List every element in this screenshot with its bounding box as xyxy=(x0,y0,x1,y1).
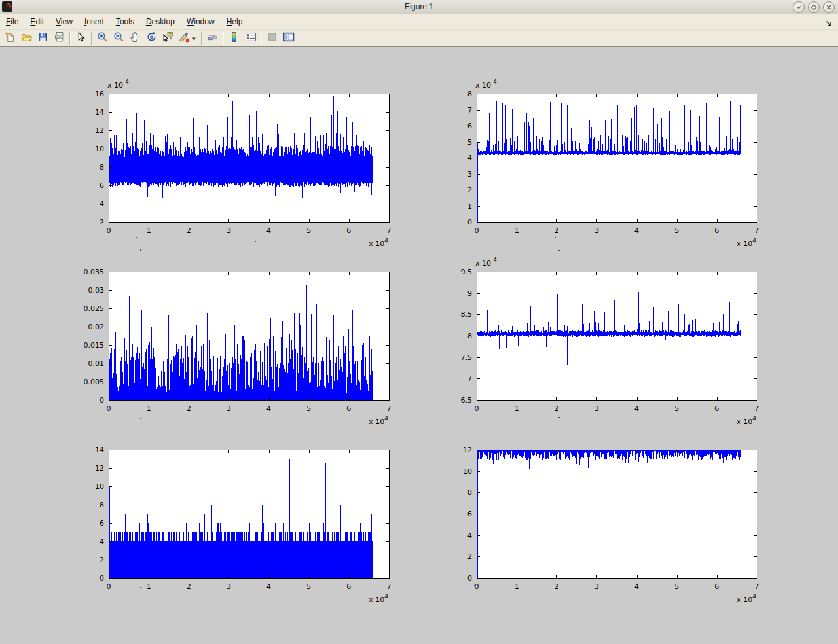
x-tick-label: 5 xyxy=(306,404,311,413)
x-tick-label: 1 xyxy=(147,404,151,413)
stray-dot xyxy=(474,585,475,586)
minimize-button[interactable] xyxy=(793,1,805,13)
matlab-figure-window: { "window": { "title": "Figure 1" }, "me… xyxy=(0,0,838,644)
menu-item-window[interactable]: Window xyxy=(181,14,221,27)
y-tick-label: 12 xyxy=(95,126,104,135)
subplot-1[interactable]: 24681012141601234567x 10-4x 104 xyxy=(109,94,390,223)
subplot-4[interactable]: 6.577.588.599.501234567x 10-4x 104 xyxy=(477,272,757,401)
x-tick-label: 1 xyxy=(515,582,519,591)
x-tick-label: 2 xyxy=(555,582,559,591)
x-tick-label: 4 xyxy=(634,582,639,591)
y-tick-label: 2 xyxy=(100,218,104,226)
subplot-6[interactable]: 02468101201234567x 104 xyxy=(477,450,757,579)
x-tick-label: 7 xyxy=(755,404,759,413)
subplot-3[interactable]: 00.0050.010.0150.020.0250.030.0350123456… xyxy=(109,272,390,401)
x-tick-label: 6 xyxy=(714,404,719,413)
insert-legend-button[interactable] xyxy=(242,31,259,46)
x-tick-label: 5 xyxy=(306,582,311,591)
menu-item-view[interactable]: View xyxy=(50,14,79,27)
menu-item-file[interactable]: File xyxy=(0,14,24,27)
pan-button[interactable] xyxy=(127,31,143,46)
stray-dot xyxy=(558,250,560,251)
y-tick-label: 4 xyxy=(467,154,472,162)
y-tick-label: 7.5 xyxy=(461,353,473,361)
toolbar: ▾ xyxy=(0,30,838,47)
save-figure-icon xyxy=(37,31,48,45)
titlebar[interactable]: Figure 1 xyxy=(0,0,838,14)
menu-item-desktop[interactable]: Desktop xyxy=(140,14,181,27)
rotate-3d-button[interactable] xyxy=(143,31,160,46)
menu-item-help[interactable]: Help xyxy=(221,14,249,27)
x-axis-exponent: x 104 xyxy=(369,238,388,248)
print-figure-button[interactable] xyxy=(51,31,67,46)
open-file-icon xyxy=(21,31,33,45)
x-tick-label: 5 xyxy=(306,226,311,235)
link-plot-icon xyxy=(207,31,219,45)
close-button[interactable] xyxy=(823,1,835,13)
plot-canvas[interactable] xyxy=(109,450,390,579)
y-tick-label: 0 xyxy=(467,218,472,226)
zoom-in-button[interactable] xyxy=(94,31,111,46)
y-tick-label: 2 xyxy=(100,556,104,564)
link-plot-button[interactable] xyxy=(204,31,221,46)
y-tick-label: 0.025 xyxy=(84,304,105,313)
y-tick-label: 1 xyxy=(467,202,472,210)
rotate-3d-icon xyxy=(146,31,157,45)
x-tick-label: 3 xyxy=(227,404,231,413)
new-figure-button[interactable] xyxy=(2,31,18,46)
menu-item-insert[interactable]: Insert xyxy=(79,14,110,27)
save-figure-button[interactable] xyxy=(35,31,51,46)
toolbar-separator xyxy=(261,32,262,45)
x-tick-label: 6 xyxy=(714,226,719,235)
stray-dot xyxy=(255,241,256,242)
plot-canvas[interactable] xyxy=(477,450,757,579)
y-tick-label: 4 xyxy=(100,200,104,208)
x-tick-label: 6 xyxy=(714,582,719,591)
hide-plot-tools-button[interactable] xyxy=(264,31,280,46)
figure-canvas: 24681012141601234567x 10-4x 104 01234567… xyxy=(0,47,838,644)
x-tick-label: 2 xyxy=(555,404,559,413)
y-tick-label: 4 xyxy=(100,537,104,546)
brush-button[interactable] xyxy=(176,31,192,46)
zoom-out-button[interactable] xyxy=(111,31,127,46)
menu-item-edit[interactable]: Edit xyxy=(24,14,50,27)
stray-dot xyxy=(140,418,141,419)
menu-item-tools[interactable]: Tools xyxy=(110,14,140,27)
edit-plot-button[interactable] xyxy=(73,31,89,46)
subplot-2[interactable]: 01234567801234567x 10-4x 104 xyxy=(477,94,757,223)
subplot-5[interactable]: 0246810121401234567x 104 xyxy=(109,450,390,579)
x-axis-exponent: x 104 xyxy=(369,416,388,426)
zoom-out-icon xyxy=(113,31,124,45)
data-cursor-button[interactable] xyxy=(160,31,176,46)
x-tick-label: 6 xyxy=(346,582,351,591)
pan-icon xyxy=(130,31,141,45)
plot-canvas[interactable] xyxy=(109,272,390,401)
y-tick-label: 6 xyxy=(100,181,104,190)
insert-colorbar-button[interactable] xyxy=(226,31,242,46)
y-tick-label: 14 xyxy=(95,446,104,454)
x-tick-label: 2 xyxy=(555,226,559,235)
open-file-button[interactable] xyxy=(18,31,35,46)
y-tick-label: 0 xyxy=(100,574,104,582)
y-tick-label: 0.015 xyxy=(84,341,105,349)
plot-canvas[interactable] xyxy=(477,94,757,223)
data-cursor-icon xyxy=(162,31,173,45)
edit-plot-icon xyxy=(75,31,86,45)
y-tick-label: 16 xyxy=(95,90,104,98)
plot-canvas[interactable] xyxy=(477,272,757,401)
x-tick-label: 2 xyxy=(187,582,191,591)
maximize-button[interactable] xyxy=(808,1,820,13)
y-tick-label: 0.03 xyxy=(88,286,105,295)
show-plot-tools-button[interactable] xyxy=(280,31,297,46)
dock-figure-icon[interactable] xyxy=(825,18,833,30)
plot-canvas[interactable] xyxy=(109,94,390,223)
stray-dot xyxy=(558,417,560,418)
menubar-items: FileEditViewInsertToolsDesktopWindowHelp xyxy=(0,15,248,26)
brush-dropdown-icon[interactable]: ▾ xyxy=(192,35,199,42)
y-axis-exponent: x 10-4 xyxy=(107,79,129,90)
y-tick-label: 0.02 xyxy=(88,323,105,331)
window-title: Figure 1 xyxy=(0,2,838,11)
y-tick-label: 9 xyxy=(467,289,472,297)
x-tick-label: 3 xyxy=(227,226,231,235)
stray-dot xyxy=(140,249,141,251)
